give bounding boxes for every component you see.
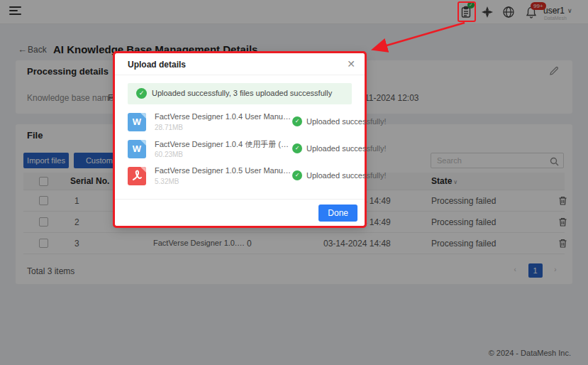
pdf-file-icon xyxy=(128,167,146,185)
status-text: Uploaded successfully! xyxy=(306,144,387,153)
modal-header: Upload details ✕ xyxy=(115,53,365,75)
status-text: Uploaded successfully! xyxy=(306,171,387,180)
file-name: FactVerse Designer 1.0.4 使用手册 (1).docx xyxy=(155,139,293,150)
success-banner-text: Uploaded successfully, 3 files uploaded … xyxy=(152,89,332,97)
docx-file-icon: W xyxy=(128,140,146,158)
done-button[interactable]: Done xyxy=(318,205,357,222)
uploaded-file-row: W FactVerse Designer 1.0.4 使用手册 (1).docx… xyxy=(128,138,352,162)
uploaded-file-row: FactVerse Designer 1.0.5 User Manual.pdf… xyxy=(128,165,352,189)
uploaded-file-row: W FactVerse Designer 1.0.4 User Manual.d… xyxy=(128,111,352,135)
success-check-icon: ✓ xyxy=(136,88,147,99)
app-window: ✓ 99+ user1 DataMesh ∨ xyxy=(0,0,588,365)
modal-title: Upload details xyxy=(128,60,186,70)
check-icon: ✓ xyxy=(292,143,302,153)
check-icon: ✓ xyxy=(292,116,302,126)
modal-footer: Done xyxy=(115,199,365,226)
docx-file-icon: W xyxy=(128,113,146,131)
check-icon: ✓ xyxy=(292,170,302,180)
close-icon[interactable]: ✕ xyxy=(347,58,355,70)
file-name: FactVerse Designer 1.0.5 User Manual.pdf xyxy=(155,166,293,175)
status-text: Uploaded successfully! xyxy=(306,117,387,126)
success-banner: ✓ Uploaded successfully, 3 files uploade… xyxy=(128,83,352,104)
file-name: FactVerse Designer 1.0.4 User Manual.doc… xyxy=(155,112,293,121)
file-size: 28.71MB xyxy=(155,124,183,131)
file-size: 60.23MB xyxy=(155,151,183,158)
upload-details-modal: Upload details ✕ ✓ Uploaded successfully… xyxy=(115,53,365,226)
file-size: 5.32MB xyxy=(155,178,179,185)
